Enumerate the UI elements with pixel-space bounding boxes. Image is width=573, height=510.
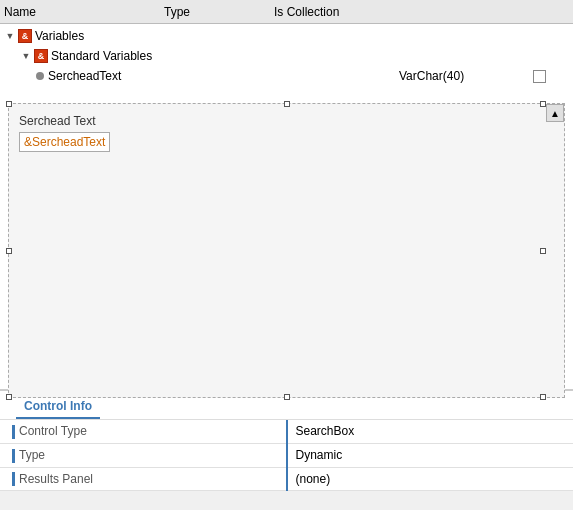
expand-standard-icon[interactable]: ▼ bbox=[20, 50, 32, 62]
handle-bl[interactable] bbox=[6, 394, 12, 400]
control-info-table: Control TypeSearchBoxTypeDynamicResults … bbox=[0, 420, 573, 491]
standard-variables-row[interactable]: ▼ & Standard Variables bbox=[0, 46, 573, 66]
left-bar-icon bbox=[12, 449, 15, 463]
control-info-value: Dynamic bbox=[287, 443, 574, 467]
variables-label: Variables bbox=[35, 29, 569, 43]
control-info-row: Control TypeSearchBox bbox=[0, 420, 573, 443]
tree-header: Name Type Is Collection bbox=[0, 0, 573, 24]
control-info-label: Type bbox=[0, 443, 287, 467]
variable-item-row[interactable]: SercheadText VarChar(40) bbox=[0, 66, 573, 86]
canvas-area[interactable]: ▲ Serchead Text &SercheadText bbox=[8, 103, 565, 398]
header-collection: Is Collection bbox=[274, 5, 339, 19]
variable-collection bbox=[509, 70, 569, 83]
collection-checkbox[interactable] bbox=[533, 70, 546, 83]
handle-tl[interactable] bbox=[6, 101, 12, 107]
left-bar-icon bbox=[12, 472, 15, 486]
left-bar-icon bbox=[12, 425, 15, 439]
handle-ml[interactable] bbox=[6, 248, 12, 254]
standard-amp-badge: & bbox=[34, 49, 48, 63]
handle-bm[interactable] bbox=[284, 394, 290, 400]
variables-amp-badge: & bbox=[18, 29, 32, 43]
standard-variables-label: Standard Variables bbox=[51, 49, 569, 63]
control-info-label: Control Type bbox=[0, 420, 287, 443]
bottom-panel: Control Info Control TypeSearchBoxTypeDy… bbox=[0, 390, 573, 491]
canvas-label: Serchead Text bbox=[19, 114, 96, 128]
handle-mr[interactable] bbox=[540, 248, 546, 254]
control-info-value: (none) bbox=[287, 467, 574, 491]
header-name: Name bbox=[4, 5, 164, 19]
handle-br[interactable] bbox=[540, 394, 546, 400]
dot-icon bbox=[36, 72, 44, 80]
control-info-label: Results Panel bbox=[0, 467, 287, 491]
variable-name: SercheadText bbox=[48, 69, 399, 83]
control-info-row: Results Panel(none) bbox=[0, 467, 573, 491]
tree-area: ▼ & Variables ▼ & Standard Variables Ser… bbox=[0, 24, 573, 99]
top-panel: Name Type Is Collection ▼ & Variables ▼ … bbox=[0, 0, 573, 390]
expand-variables-icon[interactable]: ▼ bbox=[4, 30, 16, 42]
header-type: Type bbox=[164, 5, 274, 19]
variable-type: VarChar(40) bbox=[399, 69, 509, 83]
canvas-scroll-up[interactable]: ▲ bbox=[546, 104, 564, 122]
handle-tm[interactable] bbox=[284, 101, 290, 107]
control-info-value: SearchBox bbox=[287, 420, 574, 443]
search-box-widget[interactable]: &SercheadText bbox=[19, 132, 110, 152]
control-info-row: TypeDynamic bbox=[0, 443, 573, 467]
variables-row[interactable]: ▼ & Variables bbox=[0, 26, 573, 46]
